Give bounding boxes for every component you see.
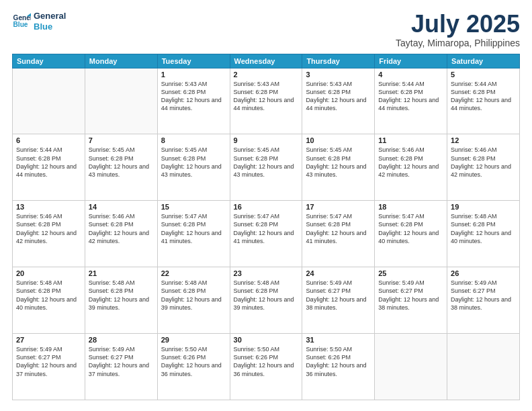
day-info: Sunrise: 5:48 AMSunset: 6:28 PMDaylight:… [234, 279, 299, 312]
calendar-week-1: 1Sunrise: 5:43 AMSunset: 6:28 PMDaylight… [13, 68, 520, 134]
day-number: 7 [89, 136, 154, 144]
day-info: Sunrise: 5:43 AMSunset: 6:28 PMDaylight:… [234, 80, 299, 113]
logo: General Blue General Blue [12, 11, 66, 32]
header: General Blue General Blue July 2025 Tayt… [12, 11, 520, 48]
day-info: Sunrise: 5:49 AMSunset: 6:27 PMDaylight:… [16, 345, 81, 378]
day-info: Sunrise: 5:46 AMSunset: 6:28 PMDaylight:… [89, 212, 154, 245]
calendar-cell: 22Sunrise: 5:48 AMSunset: 6:28 PMDayligh… [157, 267, 230, 334]
day-number: 25 [378, 269, 443, 277]
day-number: 15 [161, 203, 226, 211]
calendar-cell [447, 334, 520, 400]
day-number: 2 [234, 71, 299, 79]
day-info: Sunrise: 5:50 AMSunset: 6:26 PMDaylight:… [161, 345, 226, 378]
day-info: Sunrise: 5:45 AMSunset: 6:28 PMDaylight:… [306, 146, 371, 179]
calendar-cell: 27Sunrise: 5:49 AMSunset: 6:27 PMDayligh… [13, 334, 85, 400]
calendar-cell: 9Sunrise: 5:45 AMSunset: 6:28 PMDaylight… [230, 134, 302, 201]
col-header-thursday: Thursday [302, 54, 375, 68]
calendar-cell: 5Sunrise: 5:44 AMSunset: 6:28 PMDaylight… [447, 68, 520, 134]
page: General Blue General Blue July 2025 Tayt… [0, 0, 532, 411]
calendar-cell: 1Sunrise: 5:43 AMSunset: 6:28 PMDaylight… [157, 68, 230, 134]
day-info: Sunrise: 5:50 AMSunset: 6:26 PMDaylight:… [234, 345, 299, 378]
day-info: Sunrise: 5:45 AMSunset: 6:28 PMDaylight:… [161, 146, 226, 179]
day-info: Sunrise: 5:47 AMSunset: 6:28 PMDaylight:… [306, 212, 371, 245]
day-info: Sunrise: 5:49 AMSunset: 6:27 PMDaylight:… [89, 345, 154, 378]
day-number: 22 [161, 269, 226, 277]
day-number: 16 [234, 203, 299, 211]
calendar-cell: 15Sunrise: 5:47 AMSunset: 6:28 PMDayligh… [157, 201, 230, 267]
col-header-monday: Monday [85, 54, 157, 68]
day-number: 11 [378, 136, 443, 144]
day-number: 31 [306, 336, 371, 344]
day-info: Sunrise: 5:49 AMSunset: 6:27 PMDaylight:… [451, 279, 516, 312]
main-title: July 2025 [396, 11, 520, 38]
calendar-cell: 23Sunrise: 5:48 AMSunset: 6:28 PMDayligh… [230, 267, 302, 334]
day-info: Sunrise: 5:48 AMSunset: 6:28 PMDaylight:… [161, 279, 226, 312]
calendar-cell: 30Sunrise: 5:50 AMSunset: 6:26 PMDayligh… [230, 334, 302, 400]
day-info: Sunrise: 5:43 AMSunset: 6:28 PMDaylight:… [306, 80, 371, 113]
calendar-cell: 26Sunrise: 5:49 AMSunset: 6:27 PMDayligh… [447, 267, 520, 334]
calendar-cell: 24Sunrise: 5:49 AMSunset: 6:27 PMDayligh… [302, 267, 375, 334]
calendar-week-5: 27Sunrise: 5:49 AMSunset: 6:27 PMDayligh… [13, 334, 520, 400]
calendar-cell: 14Sunrise: 5:46 AMSunset: 6:28 PMDayligh… [85, 201, 157, 267]
calendar-cell: 17Sunrise: 5:47 AMSunset: 6:28 PMDayligh… [302, 201, 375, 267]
calendar-cell: 6Sunrise: 5:44 AMSunset: 6:28 PMDaylight… [13, 134, 85, 201]
calendar-cell: 2Sunrise: 5:43 AMSunset: 6:28 PMDaylight… [230, 68, 302, 134]
day-number: 23 [234, 269, 299, 277]
calendar-cell: 12Sunrise: 5:46 AMSunset: 6:28 PMDayligh… [447, 134, 520, 201]
day-number: 3 [306, 71, 371, 79]
day-number: 20 [16, 269, 81, 277]
calendar-cell: 28Sunrise: 5:49 AMSunset: 6:27 PMDayligh… [85, 334, 157, 400]
calendar-cell: 29Sunrise: 5:50 AMSunset: 6:26 PMDayligh… [157, 334, 230, 400]
day-number: 13 [16, 203, 81, 211]
calendar-cell: 31Sunrise: 5:50 AMSunset: 6:26 PMDayligh… [302, 334, 375, 400]
calendar-week-4: 20Sunrise: 5:48 AMSunset: 6:28 PMDayligh… [13, 267, 520, 334]
calendar-cell: 25Sunrise: 5:49 AMSunset: 6:27 PMDayligh… [375, 267, 447, 334]
day-number: 26 [451, 269, 516, 277]
col-header-friday: Friday [375, 54, 447, 68]
title-block: July 2025 Taytay, Mimaropa, Philippines [396, 11, 520, 48]
day-number: 24 [306, 269, 371, 277]
day-number: 30 [234, 336, 299, 344]
day-info: Sunrise: 5:48 AMSunset: 6:28 PMDaylight:… [89, 279, 154, 312]
calendar-cell: 20Sunrise: 5:48 AMSunset: 6:28 PMDayligh… [13, 267, 85, 334]
calendar-cell: 19Sunrise: 5:48 AMSunset: 6:28 PMDayligh… [447, 201, 520, 267]
col-header-tuesday: Tuesday [157, 54, 230, 68]
calendar-cell: 7Sunrise: 5:45 AMSunset: 6:28 PMDaylight… [85, 134, 157, 201]
calendar-cell [13, 68, 85, 134]
day-info: Sunrise: 5:49 AMSunset: 6:27 PMDaylight:… [306, 279, 371, 312]
day-number: 5 [451, 71, 516, 79]
day-number: 1 [161, 71, 226, 79]
day-info: Sunrise: 5:48 AMSunset: 6:28 PMDaylight:… [16, 279, 81, 312]
day-number: 4 [378, 71, 443, 79]
day-info: Sunrise: 5:44 AMSunset: 6:28 PMDaylight:… [451, 80, 516, 113]
day-number: 6 [16, 136, 81, 144]
day-info: Sunrise: 5:46 AMSunset: 6:28 PMDaylight:… [16, 212, 81, 245]
day-info: Sunrise: 5:50 AMSunset: 6:26 PMDaylight:… [306, 345, 371, 378]
logo-blue: Blue [34, 21, 66, 32]
calendar-cell: 10Sunrise: 5:45 AMSunset: 6:28 PMDayligh… [302, 134, 375, 201]
calendar-cell: 8Sunrise: 5:45 AMSunset: 6:28 PMDaylight… [157, 134, 230, 201]
day-info: Sunrise: 5:47 AMSunset: 6:28 PMDaylight:… [378, 212, 443, 245]
calendar-week-2: 6Sunrise: 5:44 AMSunset: 6:28 PMDaylight… [13, 134, 520, 201]
calendar-header-row: SundayMondayTuesdayWednesdayThursdayFrid… [13, 54, 520, 68]
day-info: Sunrise: 5:49 AMSunset: 6:27 PMDaylight:… [378, 279, 443, 312]
calendar-cell: 16Sunrise: 5:47 AMSunset: 6:28 PMDayligh… [230, 201, 302, 267]
calendar-cell: 11Sunrise: 5:46 AMSunset: 6:28 PMDayligh… [375, 134, 447, 201]
calendar-cell [375, 334, 447, 400]
day-info: Sunrise: 5:44 AMSunset: 6:28 PMDaylight:… [378, 80, 443, 113]
svg-text:Blue: Blue [13, 20, 28, 28]
calendar-cell: 13Sunrise: 5:46 AMSunset: 6:28 PMDayligh… [13, 201, 85, 267]
day-info: Sunrise: 5:43 AMSunset: 6:28 PMDaylight:… [161, 80, 226, 113]
day-number: 17 [306, 203, 371, 211]
day-number: 14 [89, 203, 154, 211]
day-info: Sunrise: 5:45 AMSunset: 6:28 PMDaylight:… [89, 146, 154, 179]
calendar-cell: 4Sunrise: 5:44 AMSunset: 6:28 PMDaylight… [375, 68, 447, 134]
logo-icon: General Blue [12, 12, 31, 31]
day-number: 12 [451, 136, 516, 144]
day-number: 27 [16, 336, 81, 344]
day-number: 29 [161, 336, 226, 344]
day-info: Sunrise: 5:45 AMSunset: 6:28 PMDaylight:… [234, 146, 299, 179]
col-header-sunday: Sunday [13, 54, 85, 68]
calendar-cell: 21Sunrise: 5:48 AMSunset: 6:28 PMDayligh… [85, 267, 157, 334]
calendar-cell [85, 68, 157, 134]
